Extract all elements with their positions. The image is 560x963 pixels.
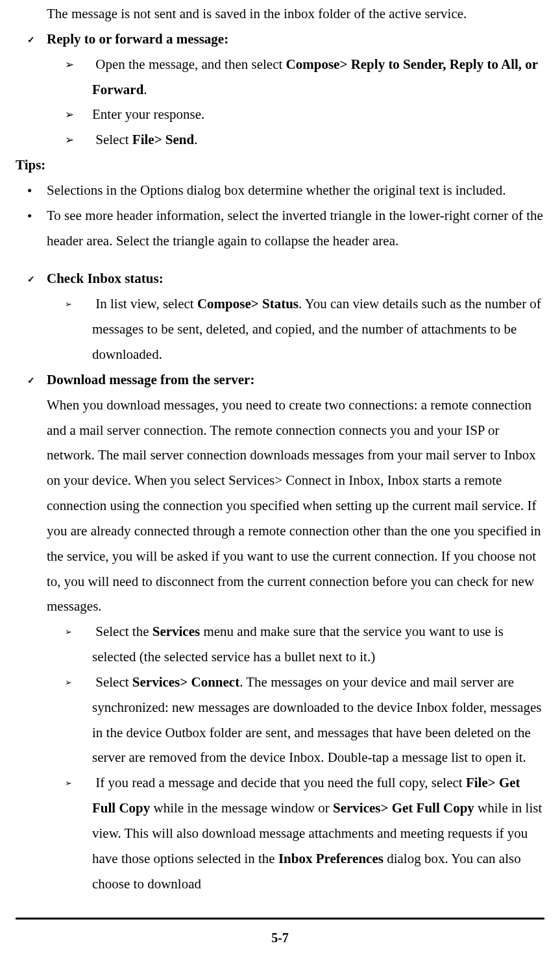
page-content: The message is not sent and is saved in … — [16, 0, 544, 897]
spacer — [16, 253, 544, 266]
download-step-1: Select the Services menu and make sure t… — [16, 619, 544, 670]
tips-label: Tips: — [16, 152, 544, 178]
text: If you read a message and decide that yo… — [95, 775, 466, 790]
reply-step-2: Enter your response. — [16, 102, 544, 127]
tip-1: Selections in the Options dialog box det… — [16, 178, 544, 203]
bold-text: Services — [152, 624, 200, 639]
reply-step-3: Select File> Send. — [16, 127, 544, 152]
bold-text: Services> Connect — [132, 674, 239, 690]
text: Select — [95, 674, 132, 690]
reply-heading: Reply to or forward a message: — [16, 27, 544, 52]
text: . — [143, 82, 147, 97]
check-inbox-step: In list view, select Compose> Status. Yo… — [16, 291, 544, 367]
bold-text: Inbox Preferences — [278, 851, 383, 866]
download-step-3: If you read a message and decide that yo… — [16, 770, 544, 896]
intro-text: The message is not sent and is saved in … — [16, 1, 544, 27]
text: Select — [95, 132, 132, 147]
bold-text: Services> Get Full Copy — [333, 800, 474, 816]
download-paragraph: When you download messages, you need to … — [16, 393, 544, 620]
bold-text: Compose> Status — [197, 296, 298, 311]
text: while in the message window or — [150, 800, 333, 816]
tip-2: To see more header information, select t… — [16, 203, 544, 254]
text: . — [194, 132, 197, 147]
download-step-2: Select Services> Connect. The messages o… — [16, 670, 544, 770]
text: Select the — [95, 624, 152, 639]
check-inbox-heading: Check Inbox status: — [16, 266, 544, 291]
text: Open the message, and then select — [95, 56, 286, 72]
page-footer: 5-7 — [16, 918, 544, 950]
text: In list view, select — [95, 296, 197, 311]
bold-text: File> Send — [132, 132, 194, 147]
download-heading: Download message from the server: — [16, 367, 544, 393]
page-number: 5-7 — [271, 931, 289, 945]
reply-step-1: Open the message, and then select Compos… — [16, 52, 544, 103]
